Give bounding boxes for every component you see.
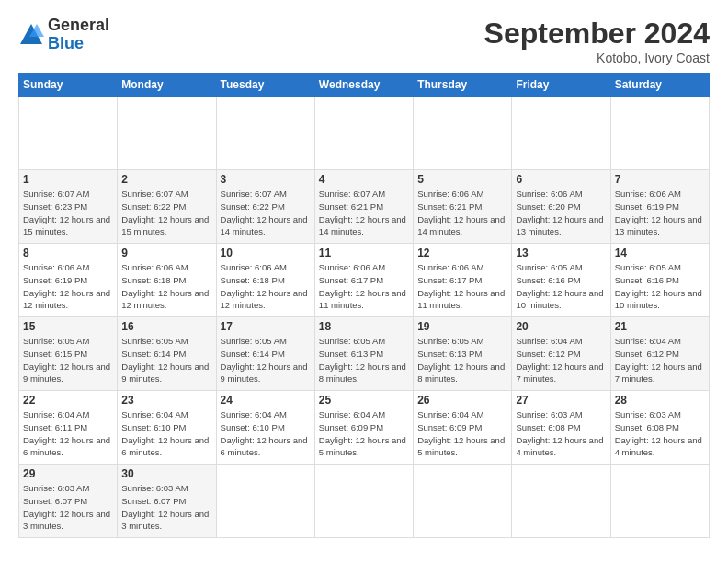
calendar-header-row: Sunday Monday Tuesday Wednesday Thursday… xyxy=(19,74,710,97)
day-number: 25 xyxy=(319,394,409,407)
day-info: Sunrise: 6:05 AMSunset: 6:15 PMDaylight:… xyxy=(23,335,113,385)
logo: General Blue xyxy=(18,17,109,53)
day-number: 6 xyxy=(516,173,606,186)
day-number: 27 xyxy=(516,394,606,407)
table-row: 5Sunrise: 6:06 AMSunset: 6:21 PMDaylight… xyxy=(414,170,512,244)
table-row: 9Sunrise: 6:06 AMSunset: 6:18 PMDaylight… xyxy=(118,244,216,317)
col-monday: Monday xyxy=(118,74,216,97)
calendar-week-row xyxy=(19,97,710,170)
day-number: 4 xyxy=(319,173,409,186)
table-row: 13Sunrise: 6:05 AMSunset: 6:16 PMDayligh… xyxy=(512,244,610,317)
day-info: Sunrise: 6:04 AMSunset: 6:10 PMDaylight:… xyxy=(121,408,211,459)
day-number: 8 xyxy=(23,247,113,259)
day-number: 29 xyxy=(23,467,113,480)
day-info: Sunrise: 6:07 AMSunset: 6:21 PMDaylight:… xyxy=(319,188,409,238)
day-number: 16 xyxy=(121,320,211,333)
table-row: 27Sunrise: 6:03 AMSunset: 6:08 PMDayligh… xyxy=(512,391,610,465)
table-row: 25Sunrise: 6:04 AMSunset: 6:09 PMDayligh… xyxy=(314,391,413,465)
header: General Blue September 2024 Kotobo, Ivor… xyxy=(18,17,710,65)
table-row: 23Sunrise: 6:04 AMSunset: 6:10 PMDayligh… xyxy=(118,391,216,465)
day-number: 9 xyxy=(121,247,211,259)
day-info: Sunrise: 6:04 AMSunset: 6:10 PMDaylight:… xyxy=(221,408,311,459)
logo-blue-text: Blue xyxy=(48,35,109,53)
day-number: 1 xyxy=(23,173,113,186)
day-number: 17 xyxy=(221,320,311,333)
table-row xyxy=(610,97,709,170)
day-number: 18 xyxy=(319,320,409,333)
calendar-table: Sunday Monday Tuesday Wednesday Thursday… xyxy=(18,73,710,538)
calendar-week-row: 22Sunrise: 6:04 AMSunset: 6:11 PMDayligh… xyxy=(19,391,710,465)
table-row: 15Sunrise: 6:05 AMSunset: 6:15 PMDayligh… xyxy=(19,317,118,391)
day-info: Sunrise: 6:03 AMSunset: 6:08 PMDaylight:… xyxy=(615,408,705,459)
title-block: September 2024 Kotobo, Ivory Coast xyxy=(484,17,710,65)
day-info: Sunrise: 6:06 AMSunset: 6:20 PMDaylight:… xyxy=(516,188,606,238)
table-row xyxy=(314,97,413,170)
day-number: 5 xyxy=(417,173,507,186)
logo-general-text: General xyxy=(48,17,109,35)
day-number: 24 xyxy=(221,394,311,407)
table-row xyxy=(610,465,709,538)
day-info: Sunrise: 6:05 AMSunset: 6:16 PMDaylight:… xyxy=(615,261,705,312)
day-number: 3 xyxy=(221,173,311,186)
day-info: Sunrise: 6:05 AMSunset: 6:13 PMDaylight:… xyxy=(319,335,409,385)
day-info: Sunrise: 6:06 AMSunset: 6:17 PMDaylight:… xyxy=(319,261,409,312)
day-number: 19 xyxy=(417,320,507,333)
day-info: Sunrise: 6:06 AMSunset: 6:18 PMDaylight:… xyxy=(121,261,211,312)
table-row: 2Sunrise: 6:07 AMSunset: 6:22 PMDaylight… xyxy=(118,170,216,244)
table-row: 12Sunrise: 6:06 AMSunset: 6:17 PMDayligh… xyxy=(414,244,512,317)
table-row xyxy=(512,97,610,170)
location: Kotobo, Ivory Coast xyxy=(484,51,710,65)
day-number: 23 xyxy=(121,394,211,407)
col-sunday: Sunday xyxy=(19,74,118,97)
day-info: Sunrise: 6:07 AMSunset: 6:22 PMDaylight:… xyxy=(221,188,311,238)
day-info: Sunrise: 6:07 AMSunset: 6:23 PMDaylight:… xyxy=(23,188,113,238)
table-row: 24Sunrise: 6:04 AMSunset: 6:10 PMDayligh… xyxy=(216,391,314,465)
table-row: 29Sunrise: 6:03 AMSunset: 6:07 PMDayligh… xyxy=(19,465,118,538)
logo-text: General Blue xyxy=(48,17,109,53)
day-number: 15 xyxy=(23,320,113,333)
table-row xyxy=(314,465,413,538)
day-number: 28 xyxy=(615,394,705,407)
day-info: Sunrise: 6:04 AMSunset: 6:12 PMDaylight:… xyxy=(615,335,705,385)
day-number: 10 xyxy=(221,247,311,259)
day-info: Sunrise: 6:05 AMSunset: 6:16 PMDaylight:… xyxy=(516,261,606,312)
table-row xyxy=(414,465,512,538)
table-row xyxy=(118,97,216,170)
day-number: 13 xyxy=(516,247,606,259)
day-number: 14 xyxy=(615,247,705,259)
table-row: 3Sunrise: 6:07 AMSunset: 6:22 PMDaylight… xyxy=(216,170,314,244)
calendar-week-row: 1Sunrise: 6:07 AMSunset: 6:23 PMDaylight… xyxy=(19,170,710,244)
table-row: 30Sunrise: 6:03 AMSunset: 6:07 PMDayligh… xyxy=(118,465,216,538)
table-row xyxy=(19,97,118,170)
day-number: 2 xyxy=(121,173,211,186)
day-info: Sunrise: 6:06 AMSunset: 6:18 PMDaylight:… xyxy=(221,261,311,312)
day-info: Sunrise: 6:06 AMSunset: 6:19 PMDaylight:… xyxy=(23,261,113,312)
table-row: 11Sunrise: 6:06 AMSunset: 6:17 PMDayligh… xyxy=(314,244,413,317)
table-row: 4Sunrise: 6:07 AMSunset: 6:21 PMDaylight… xyxy=(314,170,413,244)
day-info: Sunrise: 6:05 AMSunset: 6:13 PMDaylight:… xyxy=(417,335,507,385)
day-info: Sunrise: 6:05 AMSunset: 6:14 PMDaylight:… xyxy=(121,335,211,385)
day-info: Sunrise: 6:03 AMSunset: 6:08 PMDaylight:… xyxy=(516,408,606,459)
day-number: 26 xyxy=(417,394,507,407)
logo-icon xyxy=(18,22,44,48)
calendar-week-row: 29Sunrise: 6:03 AMSunset: 6:07 PMDayligh… xyxy=(19,465,710,538)
day-info: Sunrise: 6:03 AMSunset: 6:07 PMDaylight:… xyxy=(23,482,113,533)
day-number: 22 xyxy=(23,394,113,407)
table-row: 21Sunrise: 6:04 AMSunset: 6:12 PMDayligh… xyxy=(610,317,709,391)
table-row: 26Sunrise: 6:04 AMSunset: 6:09 PMDayligh… xyxy=(414,391,512,465)
day-number: 11 xyxy=(319,247,409,259)
day-info: Sunrise: 6:06 AMSunset: 6:17 PMDaylight:… xyxy=(417,261,507,312)
day-number: 30 xyxy=(121,467,211,480)
table-row: 14Sunrise: 6:05 AMSunset: 6:16 PMDayligh… xyxy=(610,244,709,317)
month-title: September 2024 xyxy=(484,17,710,51)
table-row: 17Sunrise: 6:05 AMSunset: 6:14 PMDayligh… xyxy=(216,317,314,391)
day-info: Sunrise: 6:07 AMSunset: 6:22 PMDaylight:… xyxy=(121,188,211,238)
day-info: Sunrise: 6:04 AMSunset: 6:09 PMDaylight:… xyxy=(417,408,507,459)
table-row: 19Sunrise: 6:05 AMSunset: 6:13 PMDayligh… xyxy=(414,317,512,391)
day-info: Sunrise: 6:03 AMSunset: 6:07 PMDaylight:… xyxy=(121,482,211,533)
day-info: Sunrise: 6:04 AMSunset: 6:11 PMDaylight:… xyxy=(23,408,113,459)
col-wednesday: Wednesday xyxy=(314,74,413,97)
table-row: 22Sunrise: 6:04 AMSunset: 6:11 PMDayligh… xyxy=(19,391,118,465)
table-row xyxy=(512,465,610,538)
day-info: Sunrise: 6:06 AMSunset: 6:21 PMDaylight:… xyxy=(417,188,507,238)
